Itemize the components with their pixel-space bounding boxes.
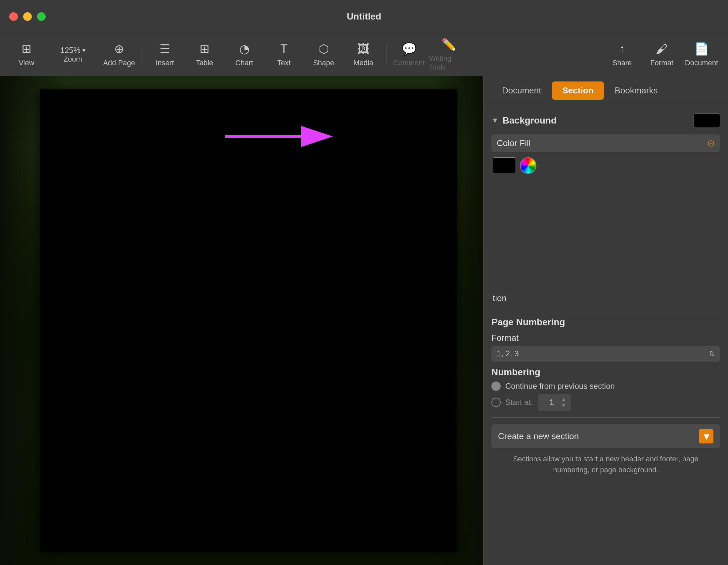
section-partial-text: tion [493,293,507,303]
minimize-button[interactable] [23,12,32,21]
traffic-lights [9,12,46,21]
toolbar-insert[interactable]: ☰ Insert [145,36,185,73]
stepper-up-icon[interactable]: ▲ [561,397,566,402]
tab-bookmarks[interactable]: Bookmarks [604,81,668,100]
media-label: Media [353,59,373,67]
titlebar: Untitled [0,0,728,33]
writing-tools-label: Writing Tools [429,54,469,71]
zoom-chevron-icon: ▾ [82,47,85,54]
document-icon: 📄 [694,42,709,56]
color-fill-row[interactable]: Color Fill ⊙ [491,134,720,152]
toolbar-document[interactable]: 📄 Document [682,36,721,73]
comment-label: Comment [393,59,425,67]
create-section-row[interactable]: Create a new section ▾ [491,424,720,448]
toolbar-zoom[interactable]: 125% ▾ Zoom [46,36,99,73]
toolbar-share[interactable]: ↑ Share [602,36,642,73]
toolbar-media[interactable]: 🖼 Media [343,36,383,73]
shape-label: Shape [313,59,334,67]
create-section-icon: ▾ [704,431,709,442]
numbering-title: Numbering [491,367,720,378]
text-label: Text [277,59,291,67]
toolbar-add-page[interactable]: ⊕ Add Page [99,36,139,73]
background-section-header: ▼ Background [491,113,720,128]
panel-tabs: Document Section Bookmarks [483,76,728,105]
canvas-area [0,76,483,565]
panel-divider-2 [491,417,720,418]
palette-spacer [491,180,720,293]
start-at-row: Start at: 1 ▲ ▼ [491,394,720,411]
format-select[interactable]: 1, 2, 3 ⇅ [491,346,720,362]
continue-radio-button[interactable] [491,382,501,391]
tab-document[interactable]: Document [491,81,552,100]
writing-tools-icon: ✏️ [441,38,456,52]
background-color-swatch[interactable] [694,113,720,128]
format-select-value: 1, 2, 3 [497,349,709,358]
help-text: Sections allow you to start a new header… [491,453,720,475]
panel-content: ▼ Background Color Fill ⊙ [483,105,728,483]
toolbar-format[interactable]: 🖌 Format [642,36,682,73]
right-panel: Document Section Bookmarks ▼ Background … [483,76,728,565]
background-title: Background [503,115,690,126]
toolbar-separator-2 [386,43,387,66]
format-label: Format [650,59,673,67]
format-icon: 🖌 [656,42,668,56]
start-at-label: Start at: [505,398,533,407]
view-icon: ⊞ [22,42,31,56]
toolbar-separator-1 [142,43,142,66]
zoom-value: 125% [60,46,80,55]
add-page-icon: ⊕ [114,42,124,56]
close-button[interactable] [9,12,18,21]
continue-from-previous-row[interactable]: Continue from previous section [491,382,720,391]
comment-icon: 💬 [402,42,417,56]
section-label-partial: tion [491,293,720,304]
zoom-label: Zoom [64,55,82,64]
toolbar-comment[interactable]: 💬 Comment [389,36,429,73]
color-preview-swatch[interactable] [493,157,516,174]
document-tb-label: Document [685,59,718,67]
chart-icon: ◔ [239,42,250,56]
page-numbering-title: Page Numbering [491,317,720,328]
color-wheel-button[interactable] [520,157,536,174]
color-fill-dropdown-icon[interactable]: ⊙ [707,138,715,149]
start-at-radio-button[interactable] [491,398,501,407]
create-section-label: Create a new section [498,431,579,442]
continue-radio-label: Continue from previous section [505,382,615,391]
format-field-label: Format [491,333,720,343]
panel-divider-1 [491,310,720,310]
color-preview-row [491,157,720,174]
start-at-stepper[interactable]: ▲ ▼ [561,397,566,408]
start-at-value: 1 [542,398,561,407]
toolbar-writing-tools[interactable]: ✏️ Writing Tools [429,36,469,73]
format-select-arrows-icon: ⇅ [709,350,715,358]
fullscreen-button[interactable] [37,12,46,21]
insert-label: Insert [156,59,174,67]
start-at-input[interactable]: 1 ▲ ▼ [538,394,571,411]
chart-label: Chart [235,59,253,67]
insert-icon: ☰ [159,42,170,56]
tab-section[interactable]: Section [552,81,604,100]
toolbar-table[interactable]: ⊞ Table [185,36,224,73]
window-title: Untitled [347,11,381,22]
toolbar-shape[interactable]: ⬡ Shape [304,36,343,73]
create-section-button[interactable]: ▾ [699,429,713,444]
text-icon: T [280,42,288,56]
color-fill-label: Color Fill [497,138,707,148]
share-label: Share [613,59,632,67]
media-icon: 🖼 [357,42,369,56]
background-chevron-icon[interactable]: ▼ [491,116,499,125]
toolbar-view[interactable]: ⊞ View [7,36,46,73]
stepper-down-icon[interactable]: ▼ [561,403,566,408]
document-page[interactable] [40,89,457,552]
shape-icon: ⬡ [319,42,329,56]
table-label: Table [196,59,213,67]
view-label: View [19,59,34,67]
toolbar-chart[interactable]: ◔ Chart [224,36,264,73]
toolbar-text[interactable]: T Text [264,36,304,73]
table-icon: ⊞ [200,42,209,56]
share-icon: ↑ [619,42,625,56]
toolbar: ⊞ View 125% ▾ Zoom ⊕ Add Page ☰ Insert ⊞… [0,33,728,76]
add-page-label: Add Page [103,59,135,67]
